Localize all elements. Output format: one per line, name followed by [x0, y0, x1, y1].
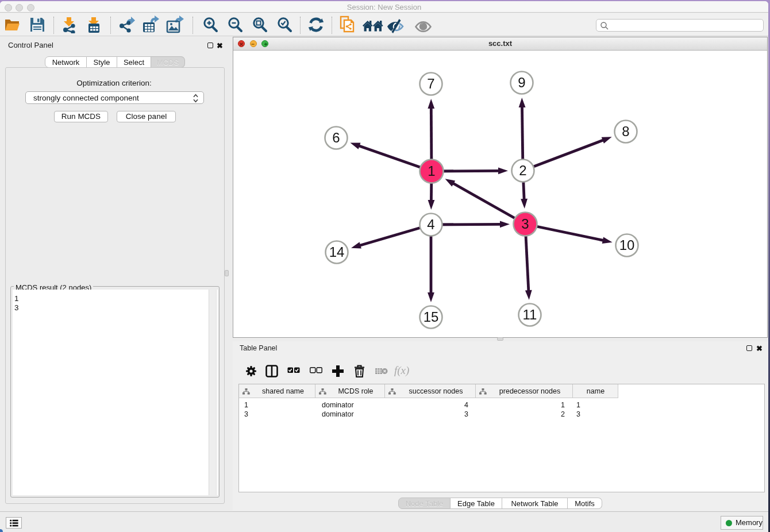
- svg-text:10: 10: [619, 237, 635, 253]
- svg-text:6: 6: [332, 130, 340, 145]
- svg-text:4: 4: [427, 217, 434, 232]
- svg-text:15: 15: [424, 309, 439, 325]
- svg-text:2: 2: [519, 163, 526, 178]
- svg-text:1: 1: [428, 163, 435, 179]
- svg-text:14: 14: [329, 244, 345, 260]
- svg-text:8: 8: [622, 124, 629, 139]
- svg-text:7: 7: [427, 76, 434, 91]
- svg-text:3: 3: [521, 216, 529, 232]
- svg-text:11: 11: [523, 307, 537, 322]
- svg-text:9: 9: [518, 75, 525, 90]
